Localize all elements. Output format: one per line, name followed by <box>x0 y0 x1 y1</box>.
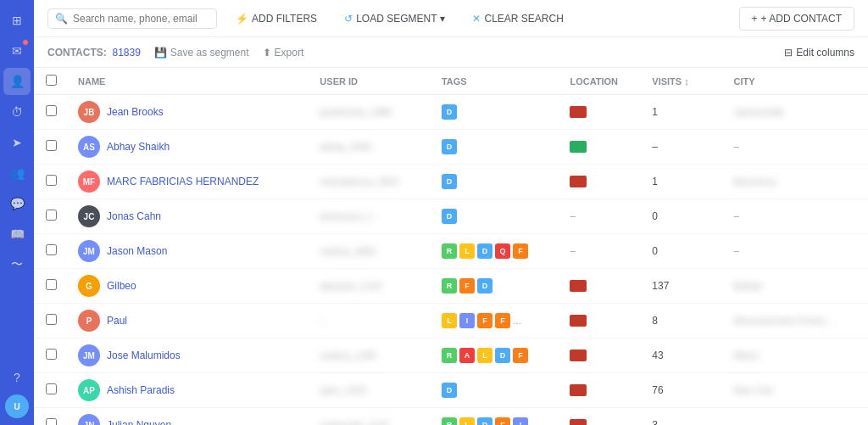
row-checkbox[interactable] <box>46 279 57 290</box>
row-checkbox[interactable] <box>46 175 57 186</box>
select-all-checkbox[interactable] <box>46 75 57 86</box>
contact-name[interactable]: Gilbeo <box>107 280 136 292</box>
visits-cell: 43 <box>642 338 723 373</box>
tags-cell: D <box>431 130 559 165</box>
group-icon[interactable]: 👥 <box>3 159 31 187</box>
export-button[interactable]: ⬆ Export <box>263 47 304 59</box>
flag-icon <box>570 280 587 292</box>
visits-cell: – <box>642 130 723 165</box>
tag-badge: L <box>442 313 457 328</box>
tag-badge: I <box>513 417 528 425</box>
city-cell: – <box>724 130 869 165</box>
contacts-icon[interactable]: 👤 <box>3 68 31 95</box>
table-body: JB Jean Brooks jeanbrooks_1988D1Jacksonv… <box>34 95 868 426</box>
table-row: JC Jonas Cahn johniscarn_1D–0– <box>34 199 868 234</box>
visits-value: 76 <box>652 384 663 396</box>
search-box[interactable]: 🔍 <box>47 8 217 29</box>
help-icon[interactable]: ? <box>3 364 31 391</box>
tags-cell: D <box>431 165 559 199</box>
avatar: JM <box>78 240 100 262</box>
book-icon[interactable]: 📖 <box>3 221 31 248</box>
analytics-icon[interactable]: 〜 <box>3 251 31 278</box>
row-checkbox[interactable] <box>46 314 57 325</box>
edit-columns-button[interactable]: ⊟ Edit columns <box>784 47 854 59</box>
tag-badge: A <box>459 348 475 363</box>
name-cell: AP Ashish Paradis <box>68 373 309 408</box>
tag-badge: L <box>477 348 492 363</box>
table-header: NAME USER ID TAGS LOCATION VISITS ↕ CITY <box>34 68 868 95</box>
contact-name[interactable]: Ashish Paradis <box>107 384 175 396</box>
flag-icon <box>570 350 587 361</box>
home-icon[interactable]: ⊞ <box>3 7 31 34</box>
city-cell: – <box>724 234 869 269</box>
visits-cell: 1 <box>642 95 723 130</box>
visits-value: 8 <box>652 315 658 327</box>
contact-name[interactable]: Julian Nguyen <box>107 419 171 425</box>
city-cell: New York <box>724 373 869 408</box>
row-checkbox[interactable] <box>46 244 57 255</box>
tag-badge: F <box>459 278 475 294</box>
tags-cell: D <box>431 95 559 130</box>
row-checkbox[interactable] <box>46 210 57 221</box>
flag-icon <box>570 419 587 425</box>
user-id-value: marksy_2862 <box>320 246 376 256</box>
row-checkbox[interactable] <box>46 383 57 394</box>
visits-value: 137 <box>652 280 669 292</box>
flag-icon <box>570 176 587 187</box>
contact-name[interactable]: Jose Malumidos <box>107 350 181 361</box>
user-id-cell: markos_1285 <box>309 338 431 373</box>
row-checkbox[interactable] <box>46 140 57 151</box>
row-checkbox[interactable] <box>46 349 57 360</box>
location-cell <box>559 373 642 408</box>
chat-icon[interactable]: 💬 <box>3 190 31 217</box>
avatar: JB <box>78 101 100 123</box>
search-input[interactable] <box>73 13 209 25</box>
user-avatar[interactable]: U <box>5 394 29 418</box>
save-segment-button[interactable]: 💾 Save as segment <box>154 47 249 59</box>
location-cell <box>559 130 642 165</box>
tags-cell: RLDQF <box>431 234 559 269</box>
add-contact-button[interactable]: + + ADD CONTACT <box>739 7 854 31</box>
city-value: Miami <box>734 350 759 361</box>
user-id-cell: abhay_3949 <box>309 130 431 165</box>
mail-icon[interactable]: ✉ <box>3 37 31 64</box>
export-label: Export <box>275 47 304 59</box>
table-row: AP Ashish Paradis aphn_1923D76New York <box>34 373 868 408</box>
add-filters-button[interactable]: ⚡ ADD FILTERS <box>227 8 326 29</box>
visits-value: 1 <box>652 176 658 187</box>
send-icon[interactable]: ➤ <box>3 129 31 156</box>
tags-cell: RFD <box>431 269 559 304</box>
user-id-value: alpnaam_1125 <box>320 281 381 291</box>
contact-name[interactable]: MARC FABRICIAS HERNANDEZ <box>107 176 259 187</box>
table-row: JN Julian Nguyen nulanchak_1279RLDFI3– <box>34 408 868 426</box>
contact-name[interactable]: Paul <box>107 315 127 327</box>
contact-name[interactable]: Jean Brooks <box>107 106 164 118</box>
load-segment-button[interactable]: ↺ LOAD SEGMENT ▾ <box>336 8 453 29</box>
contact-name[interactable]: Jason Mason <box>107 245 167 257</box>
user-id-cell: marcfabricus_3915 <box>309 165 431 199</box>
name-cell: MF MARC FABRICIAS HERNANDEZ <box>68 165 309 199</box>
search-icon: 🔍 <box>55 13 68 25</box>
clock-icon[interactable]: ⏱ <box>3 98 31 126</box>
contact-name[interactable]: Abhay Shaikh <box>107 141 170 153</box>
columns-icon: ⊟ <box>784 47 793 59</box>
clear-search-button[interactable]: ✕ CLEAR SEARCH <box>464 8 571 29</box>
header-location: LOCATION <box>559 68 642 95</box>
name-cell: JB Jean Brooks <box>68 95 309 130</box>
clear-icon: ✕ <box>472 13 481 25</box>
city-cell: – <box>724 199 869 234</box>
header-visits[interactable]: VISITS ↕ <box>642 68 723 95</box>
row-checkbox[interactable] <box>46 418 57 425</box>
filter-icon: ⚡ <box>236 13 248 25</box>
visits-cell: 76 <box>642 373 723 408</box>
contact-name[interactable]: Jonas Cahn <box>107 210 161 222</box>
location-cell <box>559 95 642 130</box>
tag-badge: D <box>477 243 492 259</box>
user-id-value: nulanchak_1279 <box>320 420 388 425</box>
visits-value: 43 <box>652 350 663 361</box>
row-checkbox[interactable] <box>46 105 57 116</box>
visits-value: 0 <box>652 245 658 257</box>
location-cell <box>559 338 642 373</box>
user-id-value: – <box>320 316 325 326</box>
user-id-value: jeanbrooks_1988 <box>320 107 391 117</box>
